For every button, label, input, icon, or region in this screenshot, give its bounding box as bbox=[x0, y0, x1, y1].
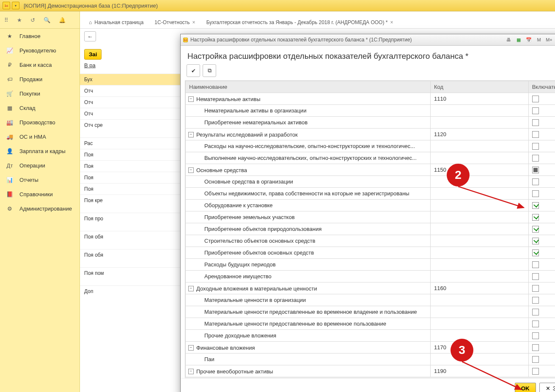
calendar-icon[interactable]: 📅 bbox=[524, 36, 533, 44]
sidebar-item[interactable]: 🛒Покупки bbox=[0, 86, 80, 101]
table-row[interactable]: Материальные ценности предоставленные во… bbox=[186, 306, 555, 318]
include-checkbox[interactable] bbox=[532, 261, 539, 268]
table-row[interactable]: Прочие доходные вложения bbox=[186, 330, 555, 342]
table-row[interactable]: Основные средства в организации bbox=[186, 176, 555, 188]
sidebar-item[interactable]: 🏷Продажи bbox=[0, 72, 80, 86]
include-checkbox[interactable] bbox=[532, 297, 539, 304]
row-code bbox=[431, 235, 529, 247]
tab[interactable]: Бухгалтерская отчетность за Январь - Дек… bbox=[201, 16, 399, 28]
app-title-text: [КОПИЯ] Демонстрационная база (1С:Предпр… bbox=[24, 3, 158, 9]
include-checkbox[interactable] bbox=[532, 107, 539, 114]
include-checkbox[interactable] bbox=[532, 309, 539, 315]
include-checkbox[interactable] bbox=[532, 356, 539, 363]
table-row[interactable]: Приобретение объектов основных средств bbox=[186, 247, 555, 259]
row-name: Приобретение объектов природопользования bbox=[204, 226, 321, 232]
search-icon[interactable]: 🔍 bbox=[44, 17, 50, 23]
table-row[interactable]: Материальные ценности предоставленные во… bbox=[186, 318, 555, 330]
include-checkbox[interactable] bbox=[532, 368, 539, 375]
sidebar-item[interactable]: ⚙Администрирование bbox=[0, 201, 80, 216]
table-row[interactable]: −Результаты исследований и разработок112… bbox=[186, 129, 555, 140]
m-button[interactable]: M bbox=[534, 36, 544, 44]
sidebar-item[interactable]: 🏭Производство bbox=[0, 115, 80, 129]
include-checkbox[interactable] bbox=[532, 226, 539, 233]
tab[interactable]: 1С-Отчетность bbox=[149, 16, 201, 28]
dialog-logo-icon: 1c bbox=[183, 38, 188, 42]
table-row[interactable]: −Основные средства1150 bbox=[186, 164, 555, 176]
row-code bbox=[431, 354, 529, 365]
table-row[interactable]: Паи bbox=[186, 354, 555, 365]
include-checkbox[interactable] bbox=[532, 155, 539, 162]
tab[interactable]: ⌂Начальная страница bbox=[83, 16, 149, 28]
favorite-icon[interactable]: ★ bbox=[17, 17, 22, 23]
ok-button[interactable]: OK bbox=[515, 383, 536, 392]
tree-toggle-icon[interactable]: − bbox=[188, 345, 194, 351]
sidebar-item[interactable]: ★Главное bbox=[0, 29, 80, 43]
table-row[interactable]: Выполнение научно-исследовательских, опы… bbox=[186, 152, 555, 164]
fill-button[interactable]: Заі bbox=[84, 49, 102, 60]
table-row[interactable]: −Нематериальные активы1110 bbox=[186, 93, 555, 105]
include-checkbox[interactable] bbox=[532, 214, 539, 221]
check-all-button[interactable]: ✔ bbox=[187, 64, 200, 77]
sidebar-item[interactable]: ▦Склад bbox=[0, 101, 80, 115]
table-row[interactable]: −Доходные вложения в материальные ценнос… bbox=[186, 282, 555, 294]
include-checkbox[interactable] bbox=[532, 190, 539, 197]
include-checkbox[interactable] bbox=[532, 238, 539, 244]
sidebar-item[interactable]: 🚚ОС и НМА bbox=[0, 129, 80, 144]
table-row[interactable]: Приобретение нематериальных активов bbox=[186, 117, 555, 129]
table-row[interactable]: Материальные ценности в организации bbox=[186, 294, 555, 306]
apps-icon[interactable]: ⠿ bbox=[4, 17, 8, 23]
col-header-code[interactable]: Код bbox=[431, 81, 529, 93]
print-icon[interactable]: 🖶 bbox=[504, 36, 513, 44]
sidebar-item[interactable]: ₽Банк и касса bbox=[0, 58, 80, 72]
sidebar-item[interactable]: 📊Отчеты bbox=[0, 173, 80, 187]
m-plus-button[interactable]: M+ bbox=[544, 36, 554, 44]
notifications-icon[interactable]: 🔔 bbox=[59, 17, 66, 23]
include-checkbox[interactable] bbox=[532, 273, 539, 280]
table-row[interactable]: Приобретение объектов природопользования bbox=[186, 223, 555, 235]
table-row[interactable]: −Прочие внеоборотные активы1190 bbox=[186, 365, 555, 377]
include-checkbox[interactable] bbox=[532, 332, 539, 339]
include-checkbox[interactable] bbox=[532, 202, 539, 209]
back-button[interactable]: ← bbox=[84, 31, 96, 41]
close-button[interactable]: ✕Закрыть bbox=[539, 383, 555, 392]
table-row[interactable]: Расходы будущих периодов bbox=[186, 259, 555, 271]
col-header-include[interactable]: Включать в отчет bbox=[528, 81, 555, 93]
copy-button[interactable]: ⧉ bbox=[203, 64, 216, 77]
sidebar-item[interactable]: ДтОперации bbox=[0, 158, 80, 173]
table-row[interactable]: Арендованное имущество bbox=[186, 271, 555, 282]
app-menu-dropdown-icon[interactable]: ▾ bbox=[12, 2, 19, 9]
tree-toggle-icon[interactable]: − bbox=[188, 286, 194, 291]
tree-toggle-icon[interactable]: − bbox=[188, 167, 194, 173]
include-checkbox[interactable] bbox=[532, 285, 539, 292]
include-checkbox[interactable] bbox=[532, 96, 539, 102]
include-checkbox[interactable] bbox=[532, 344, 539, 351]
in-work-link[interactable]: В ра bbox=[84, 62, 96, 69]
include-checkbox[interactable] bbox=[532, 167, 539, 173]
include-checkbox[interactable] bbox=[532, 143, 539, 150]
table-row[interactable]: Приобретение земельных участков bbox=[186, 211, 555, 223]
tree-toggle-icon[interactable]: − bbox=[188, 132, 194, 137]
table-row[interactable]: Оборудование к установке bbox=[186, 200, 555, 211]
tree-toggle-icon[interactable]: − bbox=[188, 96, 194, 102]
table-row[interactable]: Расходы на научно-исследовательские, опы… bbox=[186, 140, 555, 152]
table-row[interactable]: Строительство объектов основных средств bbox=[186, 235, 555, 247]
table-row[interactable]: Объекты недвижимости, права собственност… bbox=[186, 188, 555, 200]
sidebar-item[interactable]: 📕Справочники bbox=[0, 187, 80, 201]
history-icon[interactable]: ↺ bbox=[30, 17, 35, 23]
calc-icon[interactable]: ▦ bbox=[514, 36, 523, 44]
table-row[interactable]: −Финансовые вложения1170 bbox=[186, 342, 555, 354]
sidebar-item[interactable]: 👤Зарплата и кадры bbox=[0, 144, 80, 158]
nav-icon: ⚙ bbox=[6, 205, 14, 212]
include-checkbox[interactable] bbox=[532, 119, 539, 126]
nav-icon: ▦ bbox=[6, 104, 14, 112]
include-checkbox[interactable] bbox=[532, 178, 539, 185]
settings-grid: Наименование Код Включать в отчет −Немат… bbox=[185, 80, 555, 378]
table-row[interactable]: Нематериальные активы в организации bbox=[186, 105, 555, 117]
include-checkbox[interactable] bbox=[532, 321, 539, 327]
row-name: Объекты недвижимости, права собственност… bbox=[204, 190, 409, 197]
include-checkbox[interactable] bbox=[532, 131, 539, 138]
sidebar-item[interactable]: 📈Руководителю bbox=[0, 43, 80, 58]
include-checkbox[interactable] bbox=[532, 249, 539, 256]
col-header-name[interactable]: Наименование bbox=[186, 81, 431, 93]
tree-toggle-icon[interactable]: − bbox=[188, 369, 194, 374]
